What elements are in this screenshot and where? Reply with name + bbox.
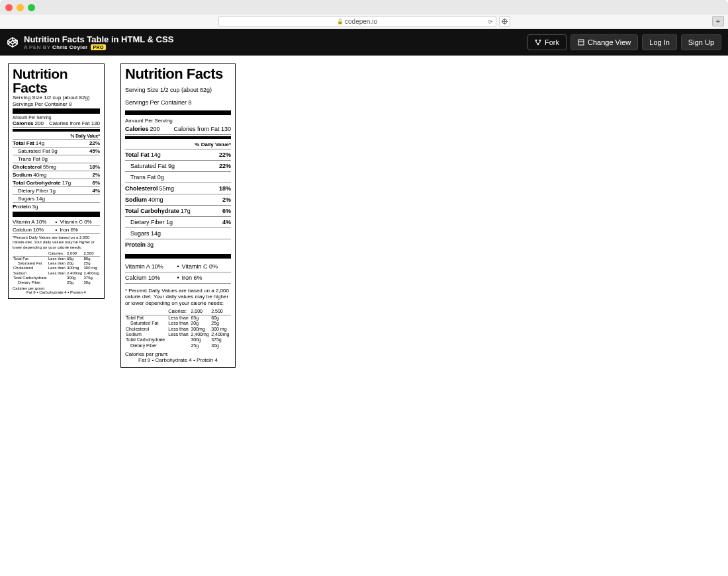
divider-medium bbox=[13, 129, 100, 132]
amount-per-serving: Amount Per Serving bbox=[13, 115, 100, 120]
table-row: Saturated FatLess than20g25g bbox=[125, 321, 231, 326]
nutrient-row: Trans Fat 0g bbox=[125, 172, 231, 183]
close-window-button[interactable] bbox=[5, 4, 13, 11]
nutrient-row: Saturated Fat 9g22% bbox=[125, 161, 231, 172]
nutrient-row: Protein 3g bbox=[125, 239, 231, 250]
nf-title: Nutrition Facts bbox=[13, 67, 100, 95]
divider-thick bbox=[125, 254, 231, 259]
nf-title: Nutrition Facts bbox=[125, 67, 231, 81]
nutrient-row: Dietary Fiber 1g4% bbox=[125, 217, 231, 228]
svg-rect-7 bbox=[578, 40, 584, 45]
nutrient-row: Trans Fat 0g bbox=[13, 155, 100, 163]
footnote: * Percent Daily Values are based on a 2,… bbox=[125, 288, 231, 307]
divider-medium bbox=[125, 136, 231, 139]
servings-per-container: Servings Per Container 8 bbox=[125, 99, 231, 106]
table-row: Dietary Fiber25g30g bbox=[125, 343, 231, 349]
svg-point-4 bbox=[535, 40, 537, 42]
table-row: Total Carbohydrate300g375g bbox=[125, 337, 231, 343]
calories-per-gram-label: Calories per gram: bbox=[125, 351, 231, 357]
nutrition-label-2: Nutrition FactsServing Size 1/2 cup (abo… bbox=[120, 63, 236, 368]
codepen-logo-icon bbox=[7, 36, 19, 48]
calories-per-gram: Fat 9 • Carbohydrate 4 • Protein 4 bbox=[125, 357, 231, 363]
nutrition-label-1: Nutrition FactsServing Size 1/2 cup (abo… bbox=[8, 63, 105, 299]
dv-header: % Daily Value* bbox=[13, 133, 100, 140]
table-row: CholesterolLess than300mg300 mg bbox=[125, 327, 231, 332]
pro-badge: PRO bbox=[91, 44, 106, 50]
divider-thick bbox=[13, 212, 100, 217]
url-text: codepen.io bbox=[345, 18, 377, 25]
fork-icon bbox=[535, 39, 541, 46]
nutrient-row: Sodium 40mg2% bbox=[125, 194, 231, 206]
nutrient-row: Total Carbohydrate 17g6% bbox=[13, 179, 100, 187]
nutrient-row: Total Fat 14g22% bbox=[125, 149, 231, 161]
vitamin-row: Vitamin A 10%•Vitamin C 0% bbox=[125, 261, 231, 272]
pen-output: Nutrition FactsServing Size 1/2 cup (abo… bbox=[0, 56, 728, 576]
lock-icon: 🔒 bbox=[337, 19, 343, 24]
window-titlebar bbox=[0, 0, 728, 15]
serving-size: Serving Size 1/2 cup (about 82g) bbox=[13, 95, 100, 101]
pen-byline: A PEN BY Chris Coyier PRO bbox=[24, 44, 173, 50]
table-row: Total FatLess than65g80g bbox=[125, 315, 231, 321]
table-row: Dietary Fiber25g30g bbox=[13, 280, 100, 285]
url-field[interactable]: 🔒 codepen.io ⟳ bbox=[218, 16, 496, 27]
table-row: SodiumLess than2,400mg2,400mg bbox=[13, 271, 100, 276]
nutrient-row: Dietary Fiber 1g4% bbox=[13, 187, 100, 195]
nutrient-row: Cholesterol 55mg18% bbox=[125, 183, 231, 194]
reference-table: Calories:2,0002,500Total FatLess than65g… bbox=[125, 309, 231, 349]
vitamin-row: Calcium 10%•Iron 6% bbox=[13, 226, 100, 234]
table-row: Saturated FatLess than20g25g bbox=[13, 261, 100, 266]
vitamin-row: Vitamin A 10%•Vitamin C 0% bbox=[13, 218, 100, 226]
table-row: SodiumLess than2,400mg2,400mg bbox=[125, 332, 231, 337]
log-in-button[interactable]: Log In bbox=[642, 34, 677, 50]
nutrient-row: Sugars 14g bbox=[125, 228, 231, 239]
fork-button[interactable]: Fork bbox=[527, 34, 567, 50]
calories-row: Calories 200Calories from Fat 130 bbox=[125, 124, 231, 135]
serving-size: Serving Size 1/2 cup (about 82g) bbox=[125, 87, 231, 94]
pen-title: Nutrition Facts Table in HTML & CSS bbox=[24, 34, 173, 44]
calories-per-gram: Fat 9 • Carbohydrate 4 • Protein 4 bbox=[13, 290, 100, 294]
new-tab-button[interactable]: + bbox=[712, 16, 724, 26]
dv-header: % Daily Value* bbox=[125, 140, 231, 149]
reader-button[interactable] bbox=[499, 16, 510, 27]
calories-row: Calories 200Calories from Fat 130 bbox=[13, 120, 100, 128]
minimize-window-button[interactable] bbox=[17, 4, 24, 11]
change-view-button[interactable]: Change View bbox=[570, 34, 638, 50]
table-row: CholesterolLess than300mg300 mg bbox=[13, 266, 100, 270]
divider-thick bbox=[13, 108, 100, 114]
zoom-window-button[interactable] bbox=[28, 4, 35, 11]
amount-per-serving: Amount Per Serving bbox=[125, 118, 231, 124]
table-row: Total FatLess than65g80g bbox=[13, 256, 100, 261]
svg-rect-2 bbox=[502, 21, 508, 22]
table-row: Total Carbohydrate300g375g bbox=[13, 276, 100, 280]
nutrient-row: Protein 3g bbox=[13, 203, 100, 210]
author-link[interactable]: Chris Coyier bbox=[52, 44, 88, 50]
nutrient-row: Total Carbohydrate 17g6% bbox=[125, 206, 231, 217]
nutrient-row: Saturated Fat 9g45% bbox=[13, 147, 100, 155]
codepen-header: Nutrition Facts Table in HTML & CSS A PE… bbox=[0, 29, 728, 56]
nutrient-row: Sugars 14g bbox=[13, 195, 100, 203]
servings-per-container: Servings Per Container 8 bbox=[13, 101, 100, 108]
footnote: *Percent Daily Values are based on a 2,0… bbox=[13, 235, 100, 250]
svg-point-5 bbox=[539, 40, 541, 42]
vitamin-row: Calcium 10%•Iron 6% bbox=[125, 272, 231, 284]
browser-toolbar: 🔒 codepen.io ⟳ + bbox=[0, 15, 728, 29]
nutrient-row: Total Fat 14g22% bbox=[13, 140, 100, 147]
sign-up-button[interactable]: Sign Up bbox=[681, 34, 721, 50]
reload-icon[interactable]: ⟳ bbox=[488, 19, 493, 25]
reference-table: Calories:2,0002,500Total FatLess than65g… bbox=[13, 251, 100, 285]
nutrient-row: Cholesterol 55mg18% bbox=[13, 163, 100, 171]
divider-thick bbox=[125, 110, 231, 115]
nutrient-row: Sodium 40mg2% bbox=[13, 171, 100, 179]
view-icon bbox=[578, 39, 584, 46]
